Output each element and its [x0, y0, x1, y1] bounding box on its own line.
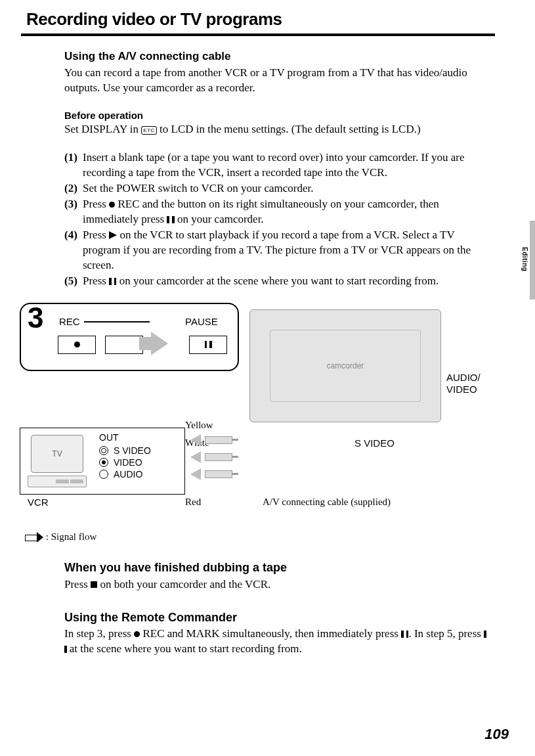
signal-arrow-icon — [190, 468, 201, 480]
label-svideo-cam: S VIDEO — [354, 437, 395, 449]
side-tab: Editing — [521, 221, 535, 300]
signal-flow-icon — [25, 533, 43, 541]
cable-plugs — [190, 434, 269, 485]
label-av-cable: A/V connecting cable (supplied) — [263, 497, 391, 508]
step-4: (4) Press on the VCR to start playback i… — [64, 228, 489, 273]
label-audio-video: AUDIO/ VIDEO — [446, 372, 481, 395]
stop-icon — [91, 581, 97, 588]
vcr-box: TV OUT S VIDEO VIDEO AUDIO — [20, 428, 185, 495]
section-finish-text: Press on both your camcorder and the VCR… — [64, 577, 489, 592]
label-svideo: S VIDEO — [114, 445, 151, 456]
pause-icon — [167, 213, 174, 225]
signal-arrow-icon — [190, 451, 201, 463]
side-tab-label: Editing — [521, 247, 528, 271]
label-out: OUT — [99, 432, 179, 443]
rec-label: REC — [59, 316, 80, 327]
page-number: 109 — [484, 726, 509, 743]
before-operation-text: Set DISPLAY in ETC to LCD in the menu se… — [64, 122, 489, 137]
section-av-cable-text: You can record a tape from another VCR o… — [64, 66, 489, 96]
steps-list: (1) Insert a blank tape (or a tape you w… — [64, 150, 489, 288]
section-finish-heading: When you have finished dubbing a tape — [64, 560, 489, 575]
label-audio: AUDIO — [114, 469, 142, 479]
rec-icon — [134, 631, 140, 637]
tv-illustration: TV — [31, 435, 83, 473]
title-underline — [21, 33, 495, 36]
section-av-cable-heading: Using the A/V connecting cable — [64, 49, 489, 64]
audio-jack-icon — [99, 470, 108, 479]
rec-icon — [109, 202, 115, 208]
section-remote-text: In step 3, press REC and MARK simultaneo… — [64, 627, 489, 657]
before-operation-heading: Before operation — [64, 109, 489, 122]
signal-arrow-icon — [190, 434, 201, 446]
step-5: (5) Press on your camcorder at the scene… — [64, 274, 489, 289]
page-title: Recording video or TV programs — [26, 0, 509, 33]
label-red: Red — [185, 497, 201, 508]
plug-icon — [205, 453, 232, 461]
pause-icon — [401, 627, 408, 640]
step-3: (3) Press REC and the button on its righ… — [64, 197, 489, 227]
step-1: (1) Insert a blank tape (or a tape you w… — [64, 150, 489, 181]
camcorder-illustration: camcorder — [249, 309, 440, 421]
step-2: (2) Set the POWER switch to VCR on your … — [64, 181, 489, 196]
label-yellow: Yellow — [185, 420, 213, 431]
arrow-icon — [151, 332, 168, 355]
pause-button[interactable] — [189, 336, 227, 354]
label-video: VIDEO — [114, 457, 142, 468]
svideo-jack-icon — [99, 446, 108, 455]
rec-pause-panel: 3 REC PAUSE — [20, 303, 239, 371]
video-jack-icon — [99, 458, 108, 467]
pause-icon — [109, 275, 116, 287]
rec-button[interactable] — [58, 336, 96, 354]
plug-icon — [205, 470, 232, 478]
plug-icon — [205, 436, 232, 444]
play-icon — [109, 231, 117, 239]
step3-number: 3 — [28, 301, 43, 334]
section-remote-heading: Using the Remote Commander — [64, 610, 489, 625]
rec-icon — [74, 342, 80, 347]
label-vcr: VCR — [28, 497, 49, 508]
diagram: 3 REC PAUSE camcorder AUDIO/ VIDEO S VID… — [0, 303, 486, 526]
pause-label: PAUSE — [185, 316, 218, 327]
etc-icon: ETC — [141, 126, 157, 135]
blank-button[interactable] — [105, 336, 143, 354]
signal-flow-legend: : Signal flow — [25, 531, 509, 543]
vcr-illustration — [28, 476, 87, 487]
